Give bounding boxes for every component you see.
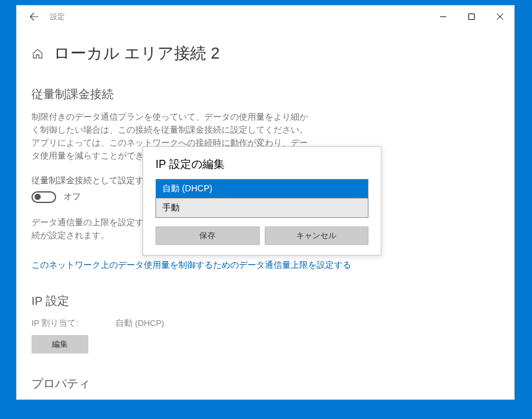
properties-section-title: プロパティ bbox=[31, 376, 499, 392]
window-controls bbox=[429, 7, 514, 27]
maximize-button[interactable] bbox=[457, 7, 486, 27]
svg-rect-0 bbox=[469, 14, 475, 20]
maximize-icon bbox=[468, 14, 475, 20]
toggle-knob bbox=[35, 194, 41, 200]
ip-mode-dropdown[interactable]: 自動 (DHCP) 手動 bbox=[156, 179, 368, 218]
dropdown-option-manual[interactable]: 手動 bbox=[156, 198, 368, 217]
ip-section-title: IP 設定 bbox=[31, 293, 499, 309]
page-title: ローカル エリア接続 2 bbox=[54, 43, 220, 64]
ip-assign-label: IP 割り当て: bbox=[31, 318, 78, 329]
data-limit-link[interactable]: このネットワーク上のデータ使用量を制御するためのデータ通信量上限を設定する bbox=[31, 260, 499, 271]
dropdown-option-auto[interactable]: 自動 (DHCP) bbox=[156, 180, 368, 198]
dialog-title: IP 設定の編集 bbox=[143, 147, 381, 179]
close-icon bbox=[497, 14, 503, 20]
metered-section-title: 従量制課金接続 bbox=[31, 86, 499, 102]
ip-edit-button[interactable]: 編集 bbox=[31, 335, 88, 354]
minimize-button[interactable] bbox=[429, 7, 457, 27]
save-button[interactable]: 保存 bbox=[156, 226, 260, 245]
metered-toggle[interactable] bbox=[31, 191, 56, 203]
properties-section: プロパティ bbox=[31, 376, 499, 392]
metered-toggle-state: オフ bbox=[64, 191, 81, 202]
back-button[interactable] bbox=[24, 7, 44, 27]
home-icon[interactable] bbox=[31, 48, 44, 60]
dialog-buttons: 保存 キャンセル bbox=[143, 223, 381, 255]
ip-section: IP 設定 IP 割り当て: 自動 (DHCP) 編集 bbox=[31, 293, 499, 354]
ip-assign-value: 自動 (DHCP) bbox=[115, 318, 164, 329]
minimize-icon bbox=[440, 14, 446, 20]
cancel-button[interactable]: キャンセル bbox=[265, 226, 369, 245]
ip-assignment-row: IP 割り当て: 自動 (DHCP) bbox=[31, 318, 499, 329]
titlebar: 設定 bbox=[17, 6, 514, 28]
close-button[interactable] bbox=[486, 7, 514, 27]
ip-settings-dialog: IP 設定の編集 自動 (DHCP) 手動 保存 キャンセル bbox=[143, 146, 381, 255]
arrow-left-icon bbox=[29, 12, 39, 22]
page-header: ローカル エリア接続 2 bbox=[31, 43, 499, 64]
app-title: 設定 bbox=[50, 12, 65, 22]
